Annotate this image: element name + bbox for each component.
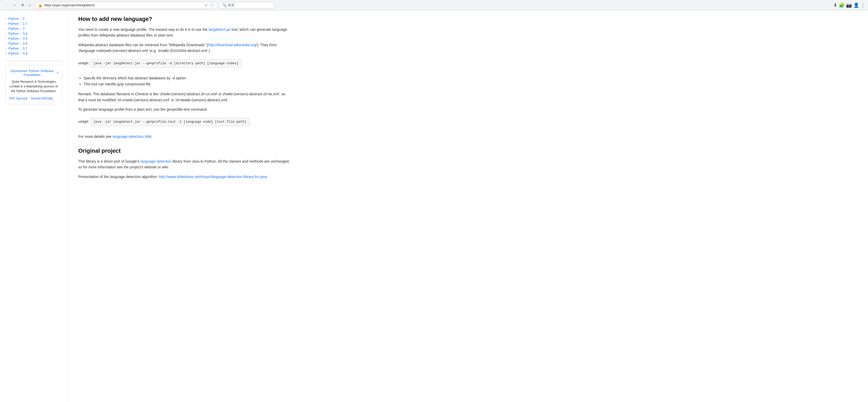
language-detection-link[interactable]: language-detection	[140, 159, 172, 164]
nav-buttons: ← → ✕ ⌂	[3, 2, 33, 8]
address-bar[interactable]: 🔒 ☆ 📄	[35, 2, 217, 9]
list-item-1: Specify the directory which has abstract…	[84, 75, 292, 81]
para2-text: Wikipedia abstract database files can be…	[78, 43, 208, 47]
wikimedia-link[interactable]: http://download.wikimedia.org/	[208, 43, 257, 47]
search-bar[interactable]: 🔍	[219, 2, 274, 8]
search-input[interactable]	[228, 3, 272, 7]
python-27-link[interactable]: Python :: 2.7	[8, 22, 27, 26]
profile-icon[interactable]: 👤	[854, 2, 859, 8]
s2-para1-prefix: This library is a direct port of Google'…	[78, 159, 140, 164]
s2-para2-prefix: Presentation of the language detection a…	[78, 175, 158, 179]
download-icon[interactable]: ⬇	[833, 2, 837, 8]
langdetect-jar-link[interactable]: langdetect.jar	[209, 27, 230, 32]
sponsor-box: Sponsored: Python Software Foundation ↗ …	[5, 65, 62, 104]
bullet-list: Specify the directory which has abstract…	[84, 75, 292, 88]
usage-label2: usage: java -jar langdetect.jar --genpro…	[78, 116, 292, 130]
para4-suffix: .	[152, 135, 153, 139]
sidebar: Python :: 2 Python :: 2.7 Python :: 3 Py…	[0, 10, 68, 402]
para1-text: You need to create a new language profil…	[78, 27, 208, 32]
separator: ·	[29, 96, 29, 100]
python-36-link[interactable]: Python :: 3.6	[8, 41, 27, 46]
section2-para1: This library is a direct port of Google'…	[78, 159, 292, 170]
section2: Original project This library is a direc…	[78, 147, 292, 180]
section2-heading: Original project	[78, 147, 292, 154]
reload-button[interactable]: ✕	[19, 2, 26, 8]
list-item: Python :: 3.4	[5, 32, 62, 35]
menu-icon[interactable]: ⋮	[861, 2, 865, 8]
python-35-link[interactable]: Python :: 3.5	[8, 36, 27, 40]
psf-sponsor-link[interactable]: PSF Sponsor	[9, 96, 28, 100]
python-38-link[interactable]: Python :: 3.8	[8, 51, 27, 55]
sponsor-footer: PSF Sponsor · Served ethically	[9, 96, 58, 100]
bookmark-icon[interactable]: ☆	[205, 3, 208, 7]
list-item: Python :: 2.7	[5, 22, 62, 26]
python-version-links: Python :: 2 Python :: 2.7 Python :: 3 Py…	[5, 17, 62, 55]
main-content: How to add new language? You need to cre…	[68, 10, 303, 402]
list-item: Python :: 2	[5, 17, 62, 21]
section1-remark: Remark: The database filename in Chinese…	[78, 91, 292, 103]
slideshare-link[interactable]: http://www.slideshare.net/shuyo/language…	[159, 175, 267, 179]
lock-icon: 🔒	[38, 3, 42, 7]
para4-prefix: For more details see	[78, 135, 112, 139]
list-item: Python :: 3.7	[5, 47, 62, 50]
section1-para4: For more details see language-detection …	[78, 134, 292, 139]
section2-para2: Presentation of the language detection a…	[78, 174, 292, 180]
python-3-link[interactable]: Python :: 3	[8, 27, 25, 31]
screenshot-icon[interactable]: 📷	[846, 2, 852, 8]
python-2-link[interactable]: Python :: 2	[8, 17, 25, 21]
forward-button[interactable]: →	[11, 2, 18, 8]
sponsor-body-text: Qube Research & Technologies Limited is …	[9, 79, 58, 93]
list-item: Python :: 3.8	[5, 51, 62, 55]
reader-icon[interactable]: 📄	[210, 3, 214, 7]
external-link-icon: ↗	[56, 71, 58, 75]
section1-heading: How to add new language?	[78, 16, 292, 23]
extensions-icon[interactable]: 🧩	[839, 2, 844, 8]
section1-para3: To generate language profile from a plai…	[78, 107, 292, 112]
list-item: Python :: 3.6	[5, 41, 62, 46]
back-button[interactable]: ←	[3, 2, 10, 8]
browser-icons: ⬇ 🧩 📷 👤 ⋮	[833, 2, 865, 8]
page-layout: Python :: 2 Python :: 2.7 Python :: 3 Py…	[0, 10, 868, 402]
list-item: Python :: 3.5	[5, 36, 62, 40]
list-item: Python :: 3	[5, 27, 62, 31]
browser-chrome: ← → ✕ ⌂ 🔒 ☆ 📄 🔍 ⬇ 🧩 📷 👤 ⋮	[0, 0, 868, 10]
sponsor-title-link[interactable]: Sponsored: Python Software Foundation	[9, 69, 55, 77]
wiki-link[interactable]: language-detection Wiki	[113, 135, 152, 139]
python-37-link[interactable]: Python :: 3.7	[8, 47, 27, 50]
section1-para1: You need to create a new language profil…	[78, 27, 292, 38]
python-34-link[interactable]: Python :: 3.4	[8, 32, 27, 35]
s2-para2-suffix: .	[267, 175, 268, 179]
home-button[interactable]: ⌂	[27, 2, 33, 8]
usage-label1: usage: java -jar langdetect.jar --genpro…	[78, 57, 292, 71]
code-block-1: java -jar langdetect.jar --genprofile -d…	[90, 59, 242, 68]
sponsor-title: Sponsored: Python Software Foundation ↗	[9, 69, 58, 77]
code-block-2: java -jar langdetect.jar --genprofile-te…	[90, 117, 250, 126]
url-input[interactable]	[44, 3, 203, 7]
section1-para2: Wikipedia abstract database files can be…	[78, 42, 292, 54]
served-ethically-link[interactable]: Served ethically	[31, 96, 53, 100]
search-icon: 🔍	[222, 3, 227, 7]
list-item-2: This tool can handle gzip compressed fil…	[84, 81, 292, 87]
